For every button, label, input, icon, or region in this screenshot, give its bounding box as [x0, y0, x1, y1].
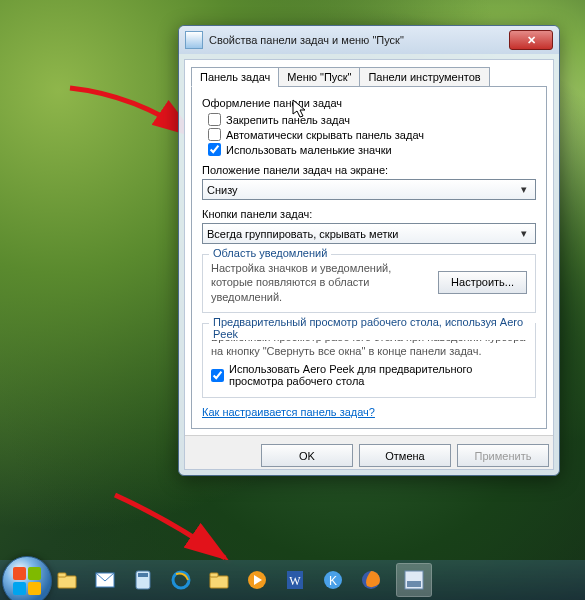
apply-button[interactable]: Применить: [457, 444, 549, 467]
taskbar-wmp-icon[interactable]: [245, 568, 269, 592]
position-value: Снизу: [207, 184, 238, 196]
autohide-row[interactable]: Автоматически скрывать панель задач: [208, 128, 536, 141]
lock-taskbar-label: Закрепить панель задач: [226, 114, 350, 126]
tab-taskbar[interactable]: Панель задач: [191, 67, 279, 87]
tab-strip: Панель задач Меню "Пуск" Панели инструме…: [191, 67, 547, 87]
aero-peek-row[interactable]: Использовать Aero Peek для предварительн…: [211, 363, 527, 387]
close-icon: ✕: [527, 34, 536, 47]
notification-area-desc: Настройка значков и уведомлений, которые…: [211, 261, 430, 304]
small-icons-label: Использовать маленькие значки: [226, 144, 392, 156]
taskbar-word-icon[interactable]: W: [283, 568, 307, 592]
svg-rect-7: [210, 573, 218, 577]
cancel-button[interactable]: Отмена: [359, 444, 451, 467]
lock-taskbar-row[interactable]: Закрепить панель задач: [208, 113, 536, 126]
window-icon: [185, 31, 203, 49]
taskbar-explorer-icon[interactable]: [55, 568, 79, 592]
start-button[interactable]: [2, 556, 52, 600]
svg-rect-4: [138, 573, 148, 577]
lock-taskbar-checkbox[interactable]: [208, 113, 221, 126]
svg-rect-1: [58, 573, 66, 577]
notification-area-title: Область уведомлений: [209, 247, 331, 259]
autohide-label: Автоматически скрывать панель задач: [226, 129, 424, 141]
svg-rect-0: [58, 576, 76, 588]
buttons-combobox[interactable]: Всегда группировать, скрывать метки ▾: [202, 223, 536, 244]
small-icons-row[interactable]: Использовать маленькие значки: [208, 143, 536, 156]
dialog-button-row: OK Отмена Применить: [185, 435, 553, 469]
taskbar-properties-app-icon[interactable]: [397, 564, 431, 596]
taskbar-calc-icon[interactable]: [131, 568, 155, 592]
taskbar-browser-k-icon[interactable]: K: [321, 568, 345, 592]
svg-text:W: W: [289, 574, 301, 588]
taskbar-mail-icon[interactable]: [93, 568, 117, 592]
title-bar[interactable]: Свойства панели задач и меню "Пуск" ✕: [179, 26, 559, 54]
position-combobox[interactable]: Снизу ▾: [202, 179, 536, 200]
svg-text:K: K: [329, 574, 337, 588]
windows-logo-icon: [13, 567, 41, 595]
autohide-checkbox[interactable]: [208, 128, 221, 141]
taskbar-firefox-icon[interactable]: [359, 568, 383, 592]
chevron-down-icon: ▾: [516, 182, 531, 197]
aero-peek-title: Предварительный просмотр рабочего стола,…: [209, 316, 535, 340]
svg-rect-6: [210, 576, 228, 588]
tab-start-menu[interactable]: Меню "Пуск": [278, 67, 360, 87]
appearance-title: Оформление панели задач: [202, 97, 536, 109]
close-button[interactable]: ✕: [509, 30, 553, 50]
tab-toolbars[interactable]: Панели инструментов: [359, 67, 489, 87]
taskbar-properties-window: Свойства панели задач и меню "Пуск" ✕ Па…: [178, 25, 560, 476]
buttons-value: Всегда группировать, скрывать метки: [207, 228, 398, 240]
taskbar-folder-icon[interactable]: [207, 568, 231, 592]
aero-peek-group: Предварительный просмотр рабочего стола,…: [202, 323, 536, 399]
svg-rect-15: [407, 581, 421, 587]
aero-peek-label: Использовать Aero Peek для предварительн…: [229, 363, 527, 387]
taskbar[interactable]: W K: [0, 560, 585, 600]
position-label: Положение панели задач на экране:: [202, 164, 536, 176]
notification-area-group: Область уведомлений Настройка значков и …: [202, 254, 536, 313]
small-icons-checkbox[interactable]: [208, 143, 221, 156]
client-area: Панель задач Меню "Пуск" Панели инструме…: [184, 59, 554, 470]
ok-button[interactable]: OK: [261, 444, 353, 467]
tab-panel-taskbar: Оформление панели задач Закрепить панель…: [191, 86, 547, 429]
aero-peek-checkbox[interactable]: [211, 369, 224, 382]
taskbar-ie-icon[interactable]: [169, 568, 193, 592]
buttons-label: Кнопки панели задач:: [202, 208, 536, 220]
window-title: Свойства панели задач и меню "Пуск": [209, 34, 509, 46]
customize-button[interactable]: Настроить...: [438, 271, 527, 294]
chevron-down-icon: ▾: [516, 226, 531, 241]
help-link[interactable]: Как настраивается панель задач?: [202, 406, 375, 418]
